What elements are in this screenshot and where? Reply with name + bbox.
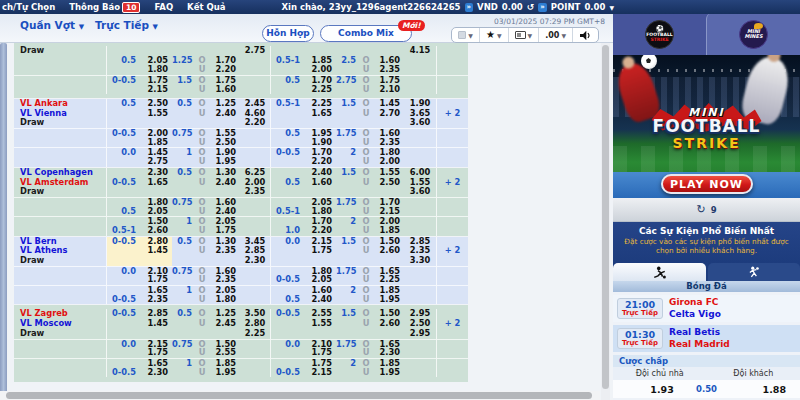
x12-odds-cell[interactable]: 4.15 [404, 46, 436, 56]
x12-odds-cell[interactable]: 2.00 [240, 178, 270, 188]
odds-cell[interactable]: 2.25 [304, 99, 336, 109]
ou-odds-cell[interactable]: 1.50 [372, 309, 404, 319]
ou-odds-cell[interactable]: 1.95 [372, 368, 404, 378]
ou-odds-cell[interactable]: 1.25 [208, 309, 240, 319]
expand-chevrons-icon[interactable]: » [465, 3, 474, 12]
nav-item-tu-chon[interactable]: ch/Tự Chọn [0, 2, 62, 12]
ou-odds-cell[interactable]: 1.95 [372, 295, 404, 305]
away-odds-cell[interactable]: 1.88 [725, 384, 800, 395]
ou-odds-cell[interactable]: 1.85 [372, 358, 404, 368]
refresh-balance-icon[interactable]: ↺ [527, 2, 535, 12]
odds-cell[interactable]: 2.30 [140, 368, 172, 378]
tab-basketball[interactable] [708, 263, 800, 281]
ou-odds-cell[interactable]: 1.60 [208, 266, 240, 276]
ou-odds-cell[interactable]: 2.00 [372, 216, 404, 226]
ou-odds-cell[interactable]: 1.30 [208, 237, 240, 247]
x12-odds-cell[interactable]: 2.80 [240, 319, 270, 329]
x12-odds-cell[interactable]: 2.85 [404, 237, 436, 247]
ou-odds-cell[interactable]: 1.65 [372, 339, 404, 349]
ou-odds-cell[interactable]: 2.10 [372, 85, 404, 95]
x12-odds-cell[interactable]: 3.50 [240, 309, 270, 319]
ou-odds-cell[interactable]: 2.35 [372, 138, 404, 148]
ou-odds-cell[interactable]: 1.85 [372, 226, 404, 236]
ou-odds-cell[interactable]: 2.60 [372, 246, 404, 256]
live-dropdown[interactable]: Trực Tiếp ▼ [95, 19, 158, 31]
ou-odds-cell[interactable]: 1.95 [208, 368, 240, 378]
odds-cell[interactable]: 1.65 [304, 109, 336, 119]
ou-odds-cell[interactable]: 1.75 [208, 226, 240, 236]
odds-cell[interactable]: 2.10 [304, 339, 336, 349]
home-odds-cell[interactable]: 1.93 [613, 384, 688, 395]
sound-toggle[interactable] [573, 28, 598, 42]
x12-odds-cell[interactable]: 6.00 [404, 168, 436, 178]
mini-football-strike-banner[interactable]: MINI FOOTBALL STRIKE PLAY NOW [613, 55, 800, 198]
tab-mini-football-strike[interactable]: ⚽ FOOTBALL STRIKE [613, 13, 706, 55]
ou-odds-cell[interactable]: 2.70 [372, 109, 404, 119]
odds-cell[interactable]: 1.65 [140, 358, 172, 368]
match-row[interactable]: 21:00Trực TiếpGirona FCCelta Vigo [613, 295, 800, 322]
odds-cell[interactable]: 1.80 [140, 65, 172, 75]
expand-chevrons-icon[interactable]: » [538, 3, 547, 12]
ou-odds-cell[interactable]: 1.75 [372, 75, 404, 85]
x12-odds-cell[interactable]: 3.65 [404, 109, 436, 119]
ou-odds-cell[interactable]: 1.95 [208, 157, 240, 167]
ou-odds-cell[interactable]: 1.60 [208, 85, 240, 95]
plus2-cell[interactable]: + 2 [436, 178, 468, 188]
ou-odds-cell[interactable]: 2.55 [208, 348, 240, 358]
odds-cell[interactable]: 2.15 [304, 368, 336, 378]
odds-cell[interactable]: 1.45 [140, 319, 172, 329]
odds-cell[interactable]: 2.00 [140, 128, 172, 138]
odds-cell[interactable]: 2.15 [140, 85, 172, 95]
ou-odds-cell[interactable]: 1.60 [208, 197, 240, 207]
odds-cell[interactable]: 1.55 [304, 319, 336, 329]
ou-odds-cell[interactable]: 2.00 [372, 157, 404, 167]
odds-cell[interactable]: 2.05 [140, 56, 172, 66]
x12-odds-cell[interactable]: 3.45 [240, 237, 270, 247]
odds-cell[interactable]: 1.70 [304, 147, 336, 157]
x12-odds-cell[interactable]: 2.20 [240, 118, 270, 128]
ou-odds-cell[interactable]: 1.55 [208, 128, 240, 138]
odds-cell[interactable]: 1.90 [304, 138, 336, 148]
odds-cell[interactable]: 2.05 [140, 207, 172, 217]
odds-cell[interactable]: 2.15 [304, 237, 336, 247]
odds-cell[interactable]: 2.10 [140, 266, 172, 276]
x12-odds-cell[interactable]: 3.30 [404, 256, 436, 266]
odds-cell[interactable]: 2.40 [304, 168, 336, 178]
odds-cell[interactable]: 1.65 [140, 285, 172, 295]
ou-odds-cell[interactable]: 2.35 [372, 65, 404, 75]
odds-cell[interactable]: 1.75 [304, 348, 336, 358]
favorites-dropdown[interactable]: ★▼ [480, 28, 509, 42]
x12-odds-cell[interactable]: 3.60 [404, 118, 436, 128]
left-panel-handle[interactable] [0, 43, 7, 400]
odds-cell[interactable]: 1.45 [140, 246, 172, 256]
ou-odds-cell[interactable]: 1.80 [208, 295, 240, 305]
plus2-cell[interactable]: + 2 [436, 319, 468, 329]
odds-cell[interactable]: 2.35 [140, 295, 172, 305]
ou-odds-cell[interactable]: 2.50 [372, 178, 404, 188]
match-row[interactable]: 01:30Trực TiếpReal BetisReal Madrid [613, 325, 800, 352]
display-mode-dropdown[interactable]: ▼ [509, 28, 540, 42]
ou-odds-cell[interactable]: 1.60 [372, 128, 404, 138]
odds-cell[interactable]: 1.85 [140, 138, 172, 148]
plus2-cell[interactable]: + 2 [436, 246, 468, 256]
odds-cell[interactable]: 1.80 [304, 266, 336, 276]
odds-cell[interactable]: 2.75 [140, 157, 172, 167]
ou-odds-cell[interactable]: 1.85 [372, 285, 404, 295]
odds-cell[interactable]: 2.50 [140, 99, 172, 109]
tab-mini-mines[interactable]: MINI MINES [706, 13, 800, 55]
odds-cell[interactable]: 1.60 [304, 285, 336, 295]
sport-dropdown[interactable]: Quần Vợt ▼ [20, 19, 84, 31]
ou-odds-cell[interactable]: 1.75 [208, 75, 240, 85]
play-now-button[interactable]: PLAY NOW [661, 174, 753, 194]
x12-odds-cell[interactable]: 2.85 [240, 246, 270, 256]
ou-odds-cell[interactable]: 1.80 [372, 147, 404, 157]
vertical-scrollbar[interactable] [601, 43, 610, 400]
odds-format-dropdown[interactable]: .00▼ [539, 28, 573, 42]
odds-cell[interactable]: 1.65 [140, 178, 172, 188]
ou-odds-cell[interactable]: 2.40 [208, 109, 240, 119]
odds-cell[interactable]: 1.75 [304, 358, 336, 368]
chevron-down-icon[interactable]: ▼ [609, 4, 614, 11]
mix-button[interactable]: Hỗn Hợp [262, 25, 314, 42]
x12-odds-cell[interactable]: 2.25 [240, 329, 270, 339]
x12-odds-cell[interactable]: 2.35 [240, 187, 270, 197]
